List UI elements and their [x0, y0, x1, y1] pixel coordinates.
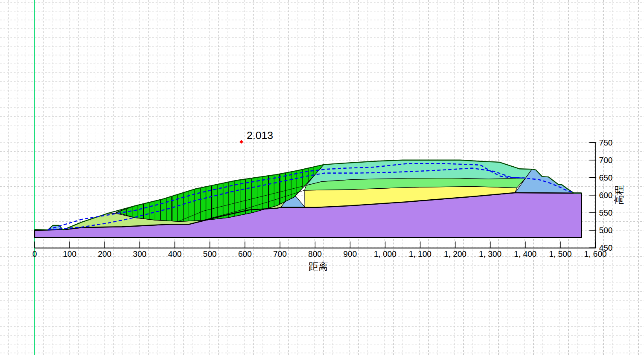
- x-tick-label: 1, 100: [409, 249, 432, 258]
- y-tick-label: 650: [599, 173, 613, 182]
- x-tick-label: 1, 000: [374, 249, 396, 258]
- x-tick-label: 1, 500: [549, 249, 572, 258]
- y-tick-label: 450: [599, 243, 613, 252]
- x-tick-label: 1, 400: [514, 249, 537, 258]
- y-tick-label: 500: [599, 226, 613, 235]
- fos-marker-icon: [240, 140, 243, 144]
- y-tick-label: 750: [599, 138, 613, 147]
- x-tick-label: 900: [343, 249, 357, 258]
- fos-value-label: 2.013: [247, 129, 273, 141]
- x-tick-label: 500: [203, 249, 217, 258]
- app-root: 01002003004005006007008009001, 0001, 100…: [0, 0, 644, 355]
- x-tick-label: 400: [168, 249, 182, 258]
- x-tick-label: 300: [133, 249, 147, 258]
- x-tick-label: 100: [63, 249, 76, 258]
- x-tick-label: 1, 300: [479, 249, 502, 258]
- x-tick-label: 800: [308, 249, 322, 258]
- x-tick-label: 0: [32, 249, 37, 258]
- x-tick-label: 200: [98, 249, 112, 258]
- y-tick-label: 600: [599, 191, 613, 200]
- drawing-canvas[interactable]: 01002003004005006007008009001, 0001, 100…: [0, 0, 644, 355]
- x-axis-title: 距离: [309, 261, 328, 272]
- x-tick-label: 1, 200: [444, 249, 467, 258]
- x-tick-label: 700: [273, 249, 287, 258]
- y-tick-label: 550: [599, 208, 613, 217]
- y-axis-title: 高程: [613, 185, 624, 205]
- y-tick-label: 700: [599, 156, 613, 165]
- x-tick-label: 600: [238, 249, 252, 258]
